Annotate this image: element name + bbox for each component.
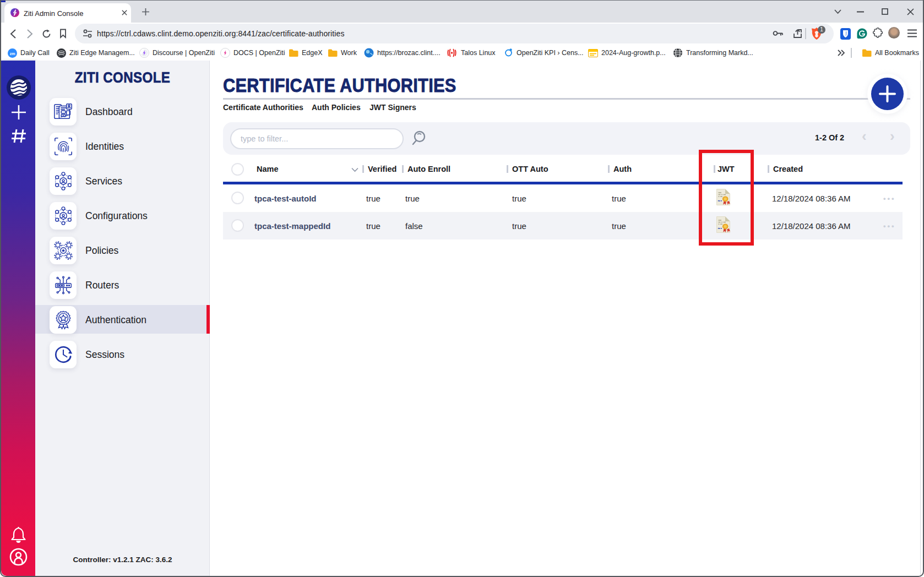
svg-text:zm: zm <box>10 51 15 55</box>
